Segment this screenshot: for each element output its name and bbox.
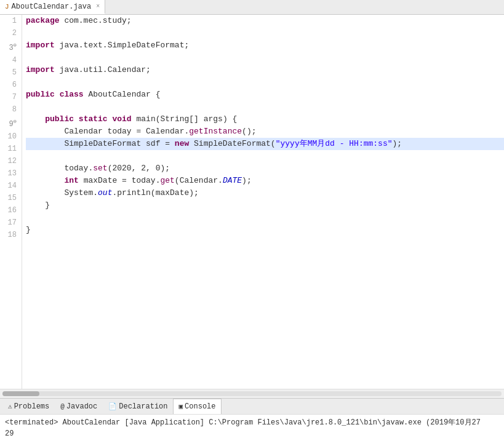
line-number-15: 15 xyxy=(2,192,17,204)
line-number-5: 5 xyxy=(2,66,17,79)
code-line-10[interactable]: Calendar today = Calendar.getInstance(); xyxy=(26,125,504,138)
line-number-16: 16 xyxy=(2,204,17,217)
declaration-label: Declaration xyxy=(119,402,167,411)
tab-close-icon[interactable]: × xyxy=(96,3,100,10)
line-number-6: 6 xyxy=(2,79,17,91)
line-number-17: 17 xyxy=(2,217,17,229)
editor-tab[interactable]: J AboutCalendar.java × xyxy=(0,0,105,14)
problems-icon: ⚠ xyxy=(8,402,12,410)
console-line-1: <terminated> AboutCalendar [Java Applica… xyxy=(5,417,499,428)
javadoc-icon: @ xyxy=(60,403,65,410)
line-number-4: 4 xyxy=(2,54,17,66)
bottom-tab-problems[interactable]: ⚠Problems xyxy=(2,399,55,415)
horizontal-scrollbar[interactable] xyxy=(0,389,504,398)
code-line-16[interactable]: } xyxy=(26,199,504,212)
code-line-17[interactable] xyxy=(26,212,504,224)
line-numbers: 123⊖456789⊖101112131415161718 xyxy=(0,15,22,389)
bottom-tab-javadoc[interactable]: @Javadoc xyxy=(55,399,103,415)
line-number-10: 10 xyxy=(2,130,17,143)
line-number-13: 13 xyxy=(2,167,17,180)
line-number-8: 8 xyxy=(2,103,17,116)
console-label: Console xyxy=(185,402,215,411)
code-line-9[interactable]: public static void main(String[] args) { xyxy=(26,113,504,125)
problems-label: Problems xyxy=(14,402,50,411)
code-lines[interactable]: package com.mec.study; import java.text.… xyxy=(22,15,504,389)
java-file-icon: J xyxy=(5,3,9,10)
bottom-tab-declaration[interactable]: 📄Declaration xyxy=(103,399,173,415)
code-line-3[interactable]: import java.text.SimpleDateFormat; xyxy=(26,39,504,52)
line-number-7: 7 xyxy=(2,91,17,103)
code-line-5[interactable]: import java.util.Calendar; xyxy=(26,64,504,76)
console-icon: ▣ xyxy=(178,402,183,410)
code-line-11[interactable]: SimpleDateFormat sdf = new SimpleDateFor… xyxy=(26,138,504,150)
scrollbar-track[interactable] xyxy=(2,391,502,396)
code-editor: 123⊖456789⊖101112131415161718 package co… xyxy=(0,15,504,398)
console-line-2: 29 xyxy=(5,428,499,439)
code-line-12[interactable] xyxy=(26,150,504,162)
line-number-11: 11 xyxy=(2,143,17,155)
code-line-2[interactable] xyxy=(26,27,504,39)
code-line-7[interactable]: public class AboutCalendar { xyxy=(26,89,504,101)
declaration-icon: 📄 xyxy=(108,402,117,410)
scrollbar-thumb[interactable] xyxy=(2,391,39,396)
code-line-6[interactable] xyxy=(26,76,504,89)
code-line-13[interactable]: today.set(2020, 2, 0); xyxy=(26,162,504,175)
code-line-14[interactable]: int maxDate = today.get(Calendar.DATE); xyxy=(26,175,504,187)
code-line-18[interactable]: } xyxy=(26,224,504,236)
console-output: <terminated> AboutCalendar [Java Applica… xyxy=(0,414,504,446)
line-number-9: 9⊖ xyxy=(2,116,17,130)
code-line-8[interactable] xyxy=(26,101,504,113)
javadoc-label: Javadoc xyxy=(66,402,97,411)
tab-bar: J AboutCalendar.java × xyxy=(0,0,504,15)
line-number-18: 18 xyxy=(2,229,17,241)
line-number-2: 2 xyxy=(2,27,17,39)
bottom-tab-strip: ⚠Problems@Javadoc📄Declaration▣Console xyxy=(0,398,504,414)
bottom-tab-console[interactable]: ▣Console xyxy=(173,399,221,415)
line-number-1: 1 xyxy=(2,15,17,27)
code-line-4[interactable] xyxy=(26,52,504,64)
line-number-3: 3⊖ xyxy=(2,39,17,54)
code-content[interactable]: 123⊖456789⊖101112131415161718 package co… xyxy=(0,15,504,389)
line-number-14: 14 xyxy=(2,180,17,192)
tab-filename: AboutCalendar.java xyxy=(12,2,92,11)
code-line-1[interactable]: package com.mec.study; xyxy=(26,15,504,27)
code-line-15[interactable]: System.out.println(maxDate); xyxy=(26,187,504,199)
line-number-12: 12 xyxy=(2,155,17,167)
